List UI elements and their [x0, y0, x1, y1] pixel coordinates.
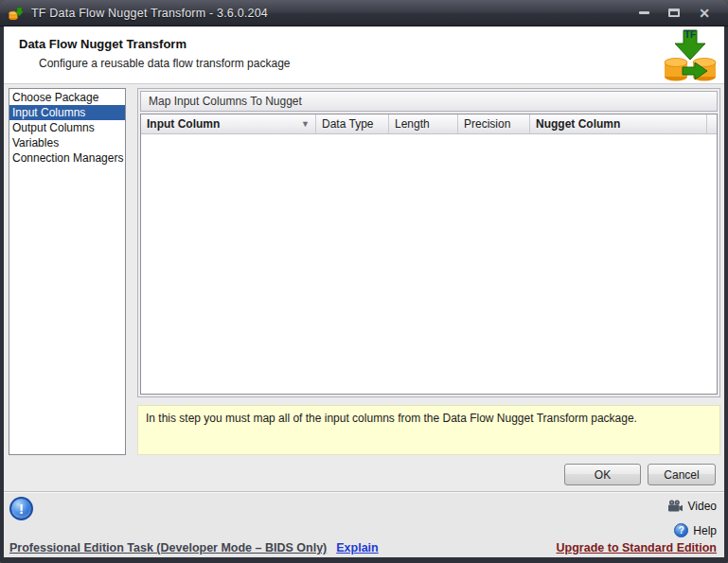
edition-label: Professional Edition Task (Developer Mod…	[9, 541, 327, 554]
page-title: Data Flow Nugget Transform	[19, 37, 186, 51]
status-row: Professional Edition Task (Developer Mod…	[9, 541, 717, 554]
sidebar-item-variables[interactable]: Variables	[9, 135, 125, 150]
step-instruction-box: In this step you must map all of the inp…	[137, 405, 720, 455]
info-icon[interactable]: !	[9, 497, 33, 520]
upgrade-link[interactable]: Upgrade to Standard Edition	[557, 541, 717, 554]
sidebar-item-choose-package[interactable]: Choose Package	[9, 90, 125, 105]
column-header-precision[interactable]: Precision	[458, 114, 530, 133]
nugget-transform-icon: TF	[662, 28, 719, 82]
title-bar: TF Data Flow Nugget Transform - 3.6.0.20…	[0, 0, 728, 26]
dialog-window: TF Data Flow Nugget Transform - 3.6.0.20…	[0, 0, 728, 563]
sidebar-item-output-columns[interactable]: Output Columns	[9, 120, 125, 135]
explain-link[interactable]: Explain	[336, 541, 378, 554]
column-header-nugget-column[interactable]: Nugget Column	[530, 114, 707, 133]
footer-area: ! Video ? Help Professional Edition Task…	[4, 491, 724, 557]
video-label: Video	[688, 500, 717, 513]
ok-button[interactable]: OK	[564, 464, 641, 485]
column-header-filler	[707, 114, 717, 133]
column-header-input-column[interactable]: Input Column ▼	[141, 114, 316, 133]
sort-desc-icon: ▼	[295, 119, 310, 129]
mapping-table: Input Column ▼ Data Type Length Precisio…	[140, 114, 718, 395]
main-area: Choose Package Input Columns Output Colu…	[4, 84, 724, 491]
cancel-button[interactable]: Cancel	[648, 464, 716, 485]
maximize-button[interactable]	[664, 5, 684, 22]
window-frame-bottom	[0, 557, 728, 563]
table-body-empty[interactable]	[141, 134, 717, 394]
table-header-row: Input Column ▼ Data Type Length Precisio…	[141, 114, 717, 134]
video-link[interactable]: Video	[667, 500, 717, 513]
step-instruction-text: In this step you must map all of the inp…	[146, 412, 637, 425]
column-header-label: Input Column	[147, 117, 220, 131]
group-title: Map Input Columns To Nugget	[140, 91, 718, 112]
close-button[interactable]: ✕	[694, 5, 715, 22]
step-list: Choose Package Input Columns Output Colu…	[9, 88, 126, 455]
window-frame-right	[724, 26, 728, 557]
icon-tf-label: TF	[684, 29, 696, 40]
column-header-length[interactable]: Length	[389, 114, 458, 133]
column-header-data-type[interactable]: Data Type	[316, 114, 389, 133]
minimize-icon	[639, 11, 649, 14]
help-link[interactable]: ? Help	[674, 523, 717, 537]
info-glyph: !	[19, 501, 24, 517]
maximize-icon	[668, 9, 680, 17]
window-frame-left	[0, 26, 4, 557]
sidebar-item-input-columns[interactable]: Input Columns	[9, 105, 125, 120]
help-icon: ?	[674, 523, 688, 537]
minimize-button[interactable]	[633, 5, 654, 22]
page-subtitle: Configure a reusable data flow transform…	[39, 57, 290, 70]
map-columns-panel: Map Input Columns To Nugget Input Column…	[137, 88, 720, 397]
window-title: TF Data Flow Nugget Transform - 3.6.0.20…	[31, 7, 268, 20]
help-label: Help	[693, 524, 717, 537]
close-icon: ✕	[699, 7, 710, 20]
help-glyph: ?	[679, 525, 684, 536]
sidebar-item-connection-managers[interactable]: Connection Managers	[9, 150, 125, 166]
video-camera-icon	[667, 500, 684, 513]
app-icon	[9, 6, 24, 21]
dialog-header: Data Flow Nugget Transform Configure a r…	[4, 26, 724, 84]
